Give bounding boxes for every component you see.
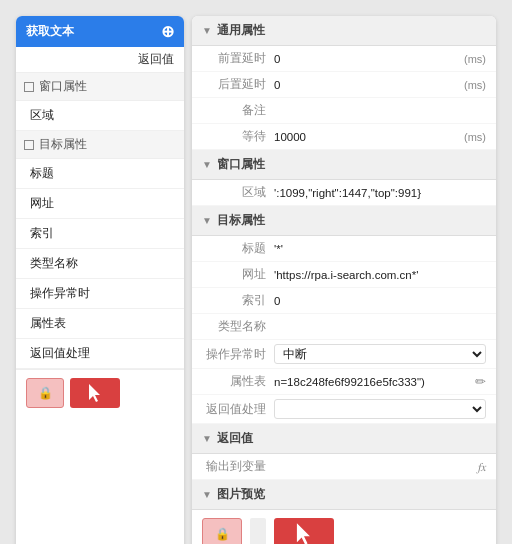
exception-select-wrapper: 中断 忽略 抛出 [274, 344, 486, 364]
pre-delay-label: 前置延时 [202, 51, 274, 66]
section-return-label: 返回值 [217, 430, 253, 447]
prop-region: 区域 ':1099,"right":1447,"top":991} [192, 180, 496, 206]
wait-label: 等待 [202, 129, 274, 144]
left-preview-lock-image: 🔒 [26, 378, 64, 408]
return-handle-dropdown[interactable] [274, 399, 486, 419]
prop-pre-delay: 前置延时 0 (ms) [192, 46, 496, 72]
left-preview: 🔒 [16, 369, 184, 416]
section-general[interactable]: ▼ 通用属性 [192, 16, 496, 46]
svg-marker-0 [89, 384, 100, 402]
title-value: '*' [274, 243, 486, 255]
prop-exception: 操作异常时 中断 忽略 抛出 [192, 340, 496, 369]
prop-return-handle: 返回值处理 [192, 395, 496, 424]
section-header-target: 目标属性 [16, 131, 184, 159]
right-preview-cursor-image [274, 518, 334, 544]
add-icon[interactable]: ⊕ [161, 22, 174, 41]
section-preview-label: 图片预览 [217, 486, 265, 503]
section-header-window: 窗口属性 [16, 73, 184, 101]
section-general-label: 通用属性 [217, 22, 265, 39]
fx-icon[interactable]: 𝑓𝑥 [478, 460, 486, 474]
right-preview-lock-image: 🔒 [202, 518, 242, 544]
section-preview[interactable]: ▼ 图片预览 [192, 480, 496, 510]
prop-note: 备注 [192, 98, 496, 124]
prop-wait: 等待 10000 (ms) [192, 124, 496, 150]
chevron-window-icon: ▼ [202, 159, 212, 170]
right-lock-icon: 🔒 [215, 527, 230, 541]
section-square-icon-2 [24, 140, 34, 150]
left-item-returnhandle[interactable]: 返回值处理 [16, 339, 184, 369]
section-target-right-label: 目标属性 [217, 212, 265, 229]
exception-label: 操作异常时 [202, 347, 274, 362]
wait-value: 10000 [274, 131, 460, 143]
left-item-region[interactable]: 区域 [16, 101, 184, 131]
edit-icon[interactable]: ✏ [475, 374, 486, 389]
chevron-return-icon: ▼ [202, 433, 212, 444]
left-panel: 获取文本 ⊕ 返回值 窗口属性 区域 目标属性 标题 网址 索引 类型名称 操作… [16, 16, 184, 544]
note-label: 备注 [202, 103, 274, 118]
prop-output: 输出到变量 𝑓𝑥 [192, 454, 496, 480]
chevron-preview-icon: ▼ [202, 489, 212, 500]
post-delay-value: 0 [274, 79, 460, 91]
left-header: 获取文本 ⊕ [16, 16, 184, 47]
left-title: 获取文本 [26, 23, 74, 40]
attrlist-label: 属性表 [202, 374, 274, 389]
section-window-right-label: 窗口属性 [217, 156, 265, 173]
prop-title: 标题 '*' [192, 236, 496, 262]
right-panel: ▼ 通用属性 前置延时 0 (ms) 后置延时 0 (ms) 备注 等待 100… [192, 16, 496, 544]
left-item-attrlist[interactable]: 属性表 [16, 309, 184, 339]
svg-marker-1 [297, 523, 310, 544]
left-item-index[interactable]: 索引 [16, 219, 184, 249]
attrlist-value: n=18c248fe6f99216e5fc333") [274, 376, 471, 388]
title-label: 标题 [202, 241, 274, 256]
right-cursor-icon [293, 521, 315, 544]
left-item-typename[interactable]: 类型名称 [16, 249, 184, 279]
return-handle-select-wrapper [274, 399, 486, 419]
region-label: 区域 [202, 185, 274, 200]
index-value: 0 [274, 295, 486, 307]
url-value: 'https://rpa.i-search.com.cn*' [274, 269, 486, 281]
section-window-label: 窗口属性 [39, 78, 87, 95]
output-label: 输出到变量 [202, 459, 274, 474]
pre-delay-value: 0 [274, 53, 460, 65]
left-preview-cursor-image [70, 378, 120, 408]
index-label: 索引 [202, 293, 274, 308]
return-row: 返回值 [16, 47, 184, 73]
url-label: 网址 [202, 267, 274, 282]
section-return-val[interactable]: ▼ 返回值 [192, 424, 496, 454]
chevron-general-icon: ▼ [202, 25, 212, 36]
right-preview-images: 🔒 [202, 518, 486, 544]
lock-icon: 🔒 [38, 386, 53, 400]
right-preview-section: 🔒 [192, 510, 496, 544]
post-delay-label: 后置延时 [202, 77, 274, 92]
right-preview-spacer [250, 518, 266, 544]
prop-typename: 类型名称 [192, 314, 496, 340]
wait-unit: (ms) [464, 131, 486, 143]
left-item-url[interactable]: 网址 [16, 189, 184, 219]
prop-attrlist: 属性表 n=18c248fe6f99216e5fc333") ✏ [192, 369, 496, 395]
pre-delay-unit: (ms) [464, 53, 486, 65]
prop-post-delay: 后置延时 0 (ms) [192, 72, 496, 98]
return-label: 返回值 [138, 52, 174, 66]
return-handle-label: 返回值处理 [202, 402, 274, 417]
cursor-icon [86, 382, 104, 404]
section-square-icon [24, 82, 34, 92]
main-container: 获取文本 ⊕ 返回值 窗口属性 区域 目标属性 标题 网址 索引 类型名称 操作… [16, 16, 496, 544]
section-target-label: 目标属性 [39, 136, 87, 153]
region-value: ':1099,"right":1447,"top":991} [274, 187, 486, 199]
left-item-title[interactable]: 标题 [16, 159, 184, 189]
chevron-target-icon: ▼ [202, 215, 212, 226]
prop-index: 索引 0 [192, 288, 496, 314]
section-window[interactable]: ▼ 窗口属性 [192, 150, 496, 180]
exception-dropdown[interactable]: 中断 忽略 抛出 [274, 344, 486, 364]
post-delay-unit: (ms) [464, 79, 486, 91]
section-target[interactable]: ▼ 目标属性 [192, 206, 496, 236]
left-item-exception[interactable]: 操作异常时 [16, 279, 184, 309]
typename-label: 类型名称 [202, 319, 274, 334]
prop-url: 网址 'https://rpa.i-search.com.cn*' [192, 262, 496, 288]
